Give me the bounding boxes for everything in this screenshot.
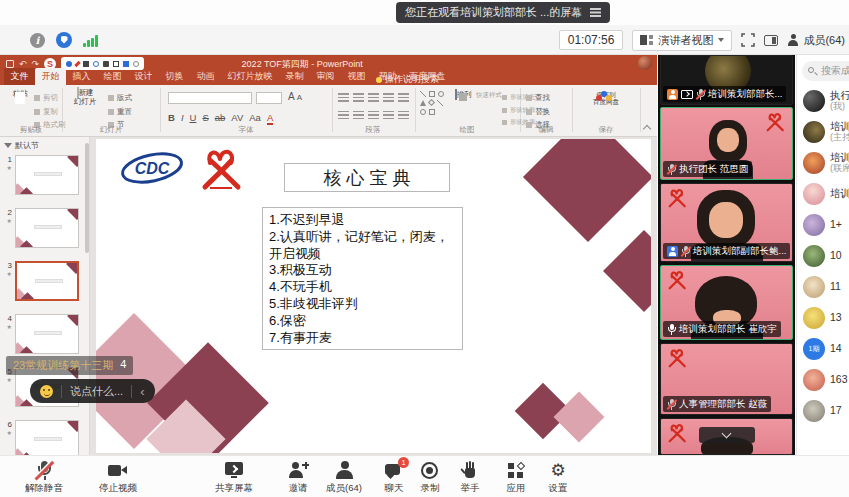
shadow-button[interactable]: ab [215,112,226,123]
share-screen-icon [222,460,246,481]
members-button[interactable]: 成员(64) [318,460,370,495]
emoji-icon[interactable] [40,385,53,398]
shape-icon[interactable] [123,61,129,67]
save-to-baidu-button[interactable]: 保存到 百度网盘 [580,91,632,106]
raise-hand-button[interactable]: 举手 [444,460,496,495]
ribbon-small-button[interactable]: 查找 [526,93,550,103]
banner-menu-icon[interactable] [590,8,601,10]
font-name-box[interactable] [168,92,252,104]
security-shield-icon[interactable] [56,32,72,48]
slide-title-box[interactable]: 核心宝典 [284,163,450,192]
ribbon-tab[interactable]: 视图 [341,68,372,85]
strikethrough-button[interactable]: S [202,112,208,123]
ribbon-tab[interactable]: 开始 [35,68,66,85]
pen-icon[interactable] [74,60,80,66]
ribbon-small-button[interactable]: 剪切 [34,93,66,103]
layout-toggle-icon[interactable] [764,35,778,46]
ribbon-tab[interactable]: 设计 [128,68,159,85]
unmute-button[interactable]: 解除静音 [18,460,70,495]
new-slide-button[interactable]: 新建 幻灯片 [66,89,104,106]
settings-button[interactable]: ⚙ 设置 [532,460,584,495]
invite-button[interactable]: 邀请 [272,460,324,495]
collapse-ribbon-icon[interactable] [643,125,651,133]
font-color-button[interactable]: A [267,113,273,125]
slide-thumbnail[interactable]: 4★ [4,314,89,354]
pointer-icon[interactable] [66,61,72,67]
record-dot-icon[interactable] [93,61,99,67]
ribbon-small-button[interactable]: 重置 [108,107,132,117]
member-list-item[interactable]: 执行团长 范思圆 (我) [797,85,849,116]
video-tile[interactable] [660,418,793,455]
paragraph-icons-row1[interactable] [338,93,409,102]
share-screen-button[interactable]: 共享屏幕 [208,460,260,495]
shapes-gallery[interactable] [420,91,448,115]
slide-thumbnail[interactable]: 3★ [4,261,89,301]
stop-video-button[interactable]: 停止视频 [92,460,144,495]
more-tools-icon[interactable] [133,61,139,67]
watching-banner[interactable]: 您正在观看培训策划部部长 ...的屏幕 [396,2,610,23]
view-mode-selector[interactable]: 演讲者视图 [632,30,732,51]
italic-button[interactable]: I [181,112,184,123]
video-tile[interactable]: 人事管理部部长 赵薇 [660,343,793,415]
current-slide[interactable]: CDC 核心宝典 1.不迟到早退2.认真听讲，记好笔记，闭麦，开启视频3.积极互… [96,139,651,453]
slide-thumbnail[interactable]: 6★ [4,420,89,455]
underline-button[interactable]: U [190,112,197,123]
ribbon-tab[interactable]: 切换 [159,68,190,85]
ribbon-tab[interactable]: 录制 [279,68,310,85]
paragraph-icons-row2[interactable] [338,111,409,120]
ribbon-tab[interactable]: 动画 [190,68,221,85]
change-case-button[interactable]: Aa [249,112,261,123]
ribbon-tab[interactable]: 文件 [4,68,35,85]
board-icon[interactable] [103,61,109,67]
members-count-top[interactable]: 成员(64) [787,33,845,48]
save-icon[interactable] [6,60,14,68]
slide-thumbnail[interactable]: 1★ [4,155,89,195]
section-header[interactable]: 默认节 [4,140,89,151]
redo-icon[interactable]: ↷ [32,59,40,69]
meeting-info-icon[interactable]: i [30,33,45,48]
ribbon-small-button[interactable]: 复制 [34,107,66,117]
member-search-input[interactable]: 搜索成员 [802,61,849,81]
paste-button[interactable]: 粘贴 [7,90,33,99]
collapse-chat-icon[interactable]: ‹ [140,385,144,398]
video-tile[interactable]: 培训策划部部长 崔欣宇 [660,265,793,340]
ribbon-tab[interactable]: 绘图 [97,68,128,85]
ribbon-small-button[interactable]: 替换 [526,107,550,117]
member-list-item[interactable]: 培训策划部副部长 (联席主持人) [797,147,849,178]
quick-styles-button[interactable]: 快速样式 [476,91,502,98]
slide-body-box[interactable]: 1.不迟到早退2.认真听讲，记好笔记，闭麦，开启视频3.积极互动4.不玩手机5.… [262,207,463,350]
ribbon-tab[interactable]: 审阅 [310,68,341,85]
member-list-item[interactable]: 1+ [797,209,849,240]
video-tile[interactable]: 执行团长 范思圆 [660,107,793,180]
member-list-item[interactable]: 17 [797,395,849,426]
undo-icon[interactable]: ↶ [19,59,27,69]
member-list-item[interactable]: 培训策划部部长 (主持人) [797,116,849,147]
member-list-item[interactable]: 10 [797,240,849,271]
grow-shrink-font-icons[interactable]: AA [288,91,304,102]
eraser-icon[interactable] [113,61,119,67]
quick-chat-bar[interactable]: 说点什么... ‹ [30,379,155,403]
video-tile[interactable]: 培训策划部部长... [660,55,793,105]
ppt-account-avatar[interactable] [638,56,652,70]
char-spacing-button[interactable]: AV [231,112,243,123]
ribbon-small-button[interactable]: 版式 [108,93,132,103]
video-tile[interactable]: 培训策划部副部长鲍... [660,183,793,262]
slide-thumbnail[interactable]: 2★ [4,208,89,248]
coHost-badge-icon [667,246,678,257]
member-list-item[interactable]: 163 [797,364,849,395]
ribbon-mini-icon [502,108,507,113]
bold-button[interactable]: B [168,112,175,123]
camera-snip-icon[interactable] [83,61,89,67]
ribbon-tab[interactable]: 幻灯片放映 [221,68,279,85]
ribbon-tab[interactable]: 插入 [66,68,97,85]
member-list-item[interactable]: 11 [797,271,849,302]
member-list-item[interactable]: 培训策划部 [797,178,849,209]
font-size-box[interactable] [256,92,282,104]
member-list-item[interactable]: 13 [797,302,849,333]
thumbnails-scrollbar[interactable] [85,143,89,253]
fullscreen-icon[interactable] [741,33,755,47]
quick-chat-placeholder[interactable]: 说点什么... [70,384,123,399]
member-list-item[interactable]: 1期 14 [797,333,849,364]
collapse-videos-button[interactable] [699,427,755,443]
arrange-button[interactable]: 排列 [452,91,474,100]
